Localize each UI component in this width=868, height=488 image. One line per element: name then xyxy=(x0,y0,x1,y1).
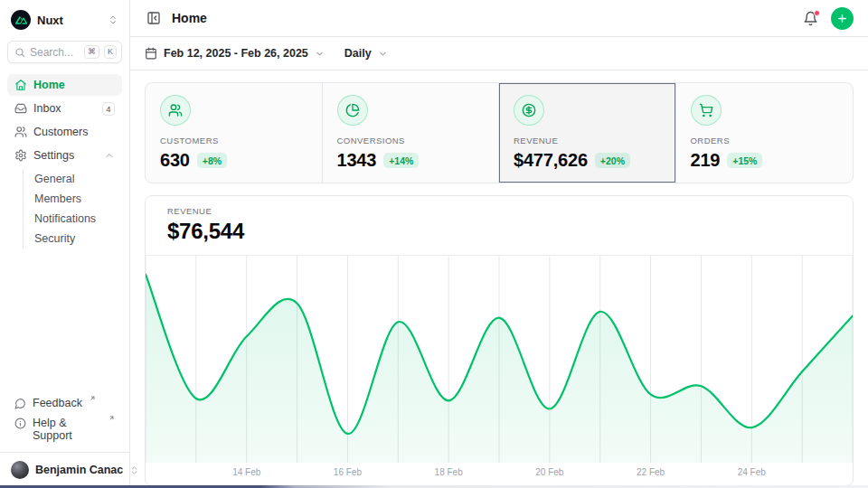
stats-row: CUSTOMERS 630 +8% CONVERSIONS 1343 +14% xyxy=(145,82,854,183)
users-icon xyxy=(14,126,27,138)
sidebar-item-label: Settings xyxy=(33,149,74,162)
sidebar-item-label: Inbox xyxy=(33,102,61,115)
date-range-picker[interactable]: Feb 12, 2025 - Feb 26, 2025 xyxy=(145,47,325,60)
stat-value: 630 xyxy=(160,150,190,171)
period-value: Daily xyxy=(344,47,372,60)
customers-stat-icon xyxy=(160,95,191,126)
chart-plot-area[interactable] xyxy=(146,256,853,463)
external-link-icon xyxy=(90,395,96,401)
stat-card-customers[interactable]: CUSTOMERS 630 +8% xyxy=(146,83,323,183)
search-input[interactable]: Search... ⌘ K xyxy=(7,41,122,63)
chevron-up-icon xyxy=(104,150,115,161)
x-axis-label: 24 Feb xyxy=(738,467,766,477)
chevron-down-icon xyxy=(378,49,388,59)
feedback-label: Feedback xyxy=(33,397,82,409)
chart-x-axis: 14 Feb16 Feb18 Feb20 Feb22 Feb24 Feb xyxy=(146,463,853,485)
calendar-icon xyxy=(145,47,157,60)
x-axis-label: 20 Feb xyxy=(535,467,563,477)
home-icon xyxy=(14,79,27,91)
stat-value: 1343 xyxy=(337,150,377,171)
stat-value: 219 xyxy=(691,150,721,171)
kbd-meta: ⌘ xyxy=(84,45,99,59)
plus-icon xyxy=(836,13,848,24)
inbox-count-badge: 4 xyxy=(102,102,115,116)
dollar-circle-icon xyxy=(514,95,544,126)
main-panel: Home Fe xyxy=(130,0,868,488)
stat-label: CUSTOMERS xyxy=(160,136,307,145)
stat-delta-badge: +8% xyxy=(197,153,227,168)
stat-label: CONVERSIONS xyxy=(337,136,485,145)
help-support-label: Help & Support xyxy=(33,417,101,442)
period-select[interactable]: Daily xyxy=(344,47,388,60)
x-axis-label: 18 Feb xyxy=(435,467,463,477)
sidebar-spacer xyxy=(7,250,122,393)
sidebar-item-members[interactable]: Members xyxy=(34,189,122,209)
workspace-name: Nuxt xyxy=(37,14,63,27)
stat-card-revenue[interactable]: REVENUE $477,626 +20% xyxy=(499,83,676,183)
collapse-sidebar-button[interactable] xyxy=(145,9,163,27)
stat-label: ORDERS xyxy=(691,136,839,145)
chevron-down-icon xyxy=(315,49,325,59)
user-menu[interactable]: Benjamin Canac xyxy=(7,453,122,481)
stat-delta-badge: +14% xyxy=(383,153,419,168)
sidebar-item-settings[interactable]: Settings xyxy=(7,145,122,166)
sidebar-item-customers[interactable]: Customers xyxy=(7,121,122,143)
sidebar-item-feedback[interactable]: Feedback xyxy=(7,393,122,413)
stat-delta-badge: +20% xyxy=(595,153,630,168)
external-link-icon xyxy=(108,415,115,421)
sidebar-item-home[interactable]: Home xyxy=(7,74,122,96)
sidebar: Nuxt Search... ⌘ K Home xyxy=(0,0,130,488)
sidebar-item-label: Home xyxy=(33,79,65,91)
sidebar-item-notifications[interactable]: Notifications xyxy=(34,209,122,229)
info-icon xyxy=(14,418,26,429)
panel-left-close-icon xyxy=(146,11,161,25)
x-axis-label: 22 Feb xyxy=(637,467,665,477)
stat-label: REVENUE xyxy=(514,136,661,145)
chevrons-up-down-icon xyxy=(108,14,118,25)
stat-card-orders[interactable]: ORDERS 219 +15% xyxy=(676,83,854,183)
sidebar-item-help-support[interactable]: Help & Support xyxy=(7,413,122,446)
notifications-button[interactable] xyxy=(801,9,820,28)
page-header: Home xyxy=(130,0,868,37)
revenue-chart xyxy=(146,256,853,463)
workspace-switcher[interactable]: Nuxt xyxy=(7,7,122,33)
inbox-icon xyxy=(14,102,27,115)
stat-card-conversions[interactable]: CONVERSIONS 1343 +14% xyxy=(323,83,500,183)
search-placeholder: Search... xyxy=(30,46,73,59)
chart-metric-value: $76,544 xyxy=(167,219,831,244)
gear-icon xyxy=(14,149,27,162)
dashboard-content: CUSTOMERS 630 +8% CONVERSIONS 1343 +14% xyxy=(130,70,868,488)
add-button[interactable] xyxy=(831,7,854,30)
date-range-value: Feb 12, 2025 - Feb 26, 2025 xyxy=(164,47,308,60)
sidebar-item-label: Customers xyxy=(33,126,88,138)
notification-dot xyxy=(814,10,820,16)
nuxt-logo-icon xyxy=(11,10,31,30)
chart-metric-label: REVENUE xyxy=(167,206,831,216)
kbd-key: K xyxy=(104,45,117,59)
stat-delta-badge: +15% xyxy=(727,153,762,168)
sidebar-item-inbox[interactable]: Inbox 4 xyxy=(7,98,122,119)
stat-value: $477,626 xyxy=(514,150,588,171)
shopping-cart-icon xyxy=(691,95,722,126)
revenue-chart-card: REVENUE $76,544 14 Feb16 Feb18 Feb20 Feb… xyxy=(145,195,854,486)
dashboard-app: Nuxt Search... ⌘ K Home xyxy=(0,0,868,488)
chart-header: REVENUE $76,544 xyxy=(146,196,853,256)
filters-toolbar: Feb 12, 2025 - Feb 26, 2025 Daily xyxy=(130,37,868,70)
page-title: Home xyxy=(172,11,207,25)
search-icon xyxy=(14,47,25,58)
sidebar-item-security[interactable]: Security xyxy=(34,229,122,249)
settings-subnav: General Members Notifications Security xyxy=(23,169,122,249)
pie-chart-icon xyxy=(337,95,368,126)
sidebar-nav: Home Inbox 4 Customers Settings xyxy=(7,74,122,250)
sidebar-item-general[interactable]: General xyxy=(34,169,122,189)
x-axis-label: 16 Feb xyxy=(334,467,362,477)
x-axis-label: 14 Feb xyxy=(232,467,260,477)
message-bubble-icon xyxy=(14,398,26,409)
user-name: Benjamin Canac xyxy=(35,464,123,476)
user-avatar xyxy=(11,461,29,479)
